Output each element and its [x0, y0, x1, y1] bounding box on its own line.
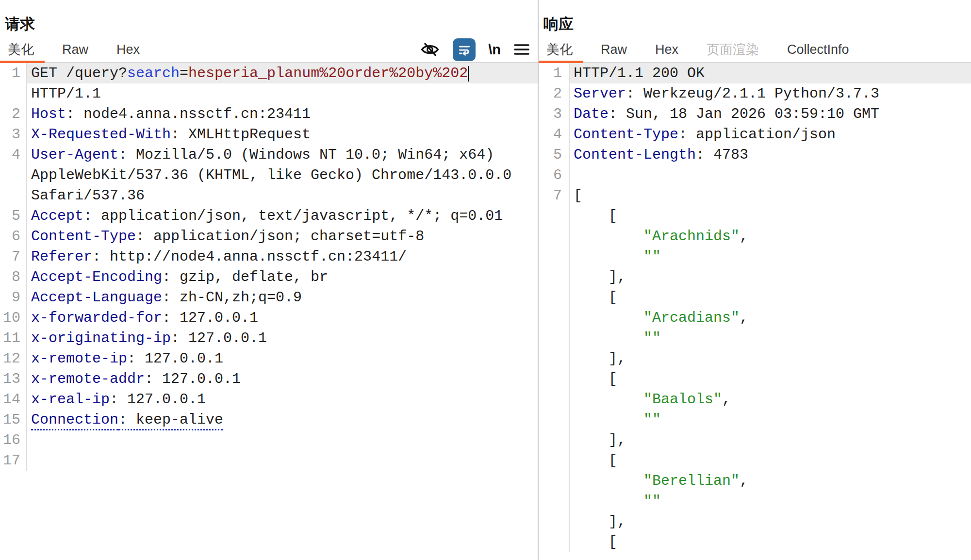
- code-row: "": [539, 491, 971, 511]
- word-wrap-toggle-button[interactable]: [453, 38, 476, 61]
- code-token: : 127.0.0.1: [162, 310, 258, 326]
- code-line[interactable]: Accept-Encoding: gzip, deflate, br: [26, 267, 538, 287]
- tab-collectinfo[interactable]: CollectInfo: [776, 37, 860, 62]
- line-number: 2: [539, 83, 569, 104]
- code-token: ,: [740, 310, 748, 326]
- code-line[interactable]: Accept: application/json, text/javascrip…: [26, 206, 538, 226]
- line-number: [539, 348, 569, 369]
- code-line[interactable]: AppleWebKit/537.36 (KHTML, like Gecko) C…: [26, 165, 538, 185]
- code-token: "Berellian": [643, 473, 740, 489]
- code-line[interactable]: [: [569, 185, 971, 206]
- code-token: [574, 412, 643, 428]
- code-line[interactable]: "": [569, 410, 971, 430]
- code-line[interactable]: Content-Length: 4783: [569, 145, 971, 165]
- word-wrap-icon: [457, 42, 472, 57]
- code-row: ],: [539, 348, 971, 369]
- code-line[interactable]: Content-Type: application/json: [569, 124, 971, 145]
- line-number: 8: [0, 267, 26, 287]
- code-line[interactable]: [: [569, 450, 971, 471]
- code-line[interactable]: User-Agent: Mozilla/5.0 (Windows NT 10.0…: [26, 145, 538, 165]
- request-editor[interactable]: 1GET /query?search=hesperia_planum%20ord…: [0, 63, 538, 471]
- code-line[interactable]: ],: [569, 267, 971, 287]
- code-token: X-Requested-With: [31, 126, 171, 143]
- tab-beautify[interactable]: 美化: [539, 37, 583, 62]
- code-line[interactable]: Host: node4.anna.nssctf.cn:23411: [26, 104, 538, 124]
- code-line[interactable]: [26, 430, 538, 450]
- code-token: Safari/537.36: [31, 187, 145, 204]
- code-line[interactable]: HTTP/1.1: [26, 83, 538, 104]
- code-line[interactable]: "": [569, 328, 971, 348]
- code-line[interactable]: ],: [569, 511, 971, 532]
- code-token: "": [643, 330, 661, 346]
- code-line[interactable]: x-forwarded-for: 127.0.0.1: [26, 308, 538, 328]
- line-number: [539, 410, 569, 430]
- line-number: 7: [539, 185, 569, 206]
- line-number: 9: [0, 287, 26, 308]
- response-tab-bar: 美化RawHex页面渲染CollectInfo: [539, 37, 971, 63]
- line-number: [539, 267, 569, 287]
- menu-icon: [513, 43, 530, 56]
- code-line[interactable]: "": [569, 247, 971, 267]
- code-line[interactable]: Server: Werkzeug/2.1.1 Python/3.7.3: [569, 83, 971, 104]
- line-number: 6: [0, 226, 26, 247]
- code-row: AppleWebKit/537.36 (KHTML, like Gecko) C…: [0, 165, 538, 185]
- code-line[interactable]: x-originating-ip: 127.0.0.1: [26, 328, 538, 348]
- code-line[interactable]: [569, 165, 971, 185]
- code-line[interactable]: "": [569, 491, 971, 511]
- code-line[interactable]: Accept-Language: zh-CN,zh;q=0.9: [26, 287, 538, 308]
- tab-raw[interactable]: Raw: [590, 37, 638, 62]
- code-line[interactable]: ],: [569, 430, 971, 450]
- code-row: 7Referer: http://node4.anna.nssctf.cn:23…: [0, 247, 538, 267]
- code-token: [574, 248, 643, 265]
- code-line[interactable]: "Arachnids",: [569, 226, 971, 247]
- code-token: x-originating-ip: [31, 330, 171, 346]
- code-line[interactable]: x-remote-ip: 127.0.0.1: [26, 348, 538, 369]
- code-row: [: [539, 287, 971, 308]
- code-row: 6Content-Type: application/json; charset…: [0, 226, 538, 247]
- code-line[interactable]: Referer: http://node4.anna.nssctf.cn:234…: [26, 247, 538, 267]
- code-token: : gzip, deflate, br: [162, 269, 328, 285]
- code-line[interactable]: GET /query?search=hesperia_planum%20orde…: [26, 63, 538, 83]
- code-row: 11x-originating-ip: 127.0.0.1: [0, 328, 538, 348]
- tab-beautify[interactable]: 美化: [0, 37, 45, 62]
- tab-hex[interactable]: Hex: [106, 37, 150, 62]
- code-token: [: [574, 208, 617, 224]
- code-line[interactable]: ],: [569, 348, 971, 369]
- response-editor[interactable]: 1HTTP/1.1 200 OK2Server: Werkzeug/2.1.1 …: [539, 63, 971, 552]
- code-line[interactable]: "Arcadians",: [569, 308, 971, 328]
- code-line[interactable]: [: [569, 287, 971, 308]
- newline-icon: \n: [488, 42, 501, 58]
- code-line[interactable]: Safari/537.36: [26, 185, 538, 206]
- hide-preview-button[interactable]: [420, 40, 440, 59]
- code-row: ],: [539, 267, 971, 287]
- line-number: 6: [539, 165, 569, 185]
- code-line[interactable]: [: [569, 369, 971, 389]
- code-row: 9Accept-Language: zh-CN,zh;q=0.9: [0, 287, 538, 308]
- line-number: [0, 165, 26, 185]
- code-line[interactable]: [26, 450, 538, 471]
- code-line[interactable]: "Berellian",: [569, 471, 971, 491]
- code-row: 6: [539, 165, 971, 185]
- code-row: 3X-Requested-With: XMLHttpRequest: [0, 124, 538, 145]
- code-token: [574, 493, 643, 510]
- tab-raw[interactable]: Raw: [51, 37, 99, 62]
- code-token: "": [643, 493, 661, 510]
- editor-menu-button[interactable]: [513, 43, 530, 56]
- tab-hex[interactable]: Hex: [644, 37, 689, 62]
- code-line[interactable]: Date: Sun, 18 Jan 2026 03:59:10 GMT: [569, 104, 971, 124]
- code-token: [: [574, 289, 617, 306]
- code-line[interactable]: [: [569, 206, 971, 226]
- code-row: "Arachnids",: [539, 226, 971, 247]
- code-line[interactable]: Connection: keep-alive: [26, 410, 538, 430]
- code-line[interactable]: "Baalols",: [569, 389, 971, 410]
- code-row: "": [539, 410, 971, 430]
- request-panel: 请求 美化RawHex: [0, 0, 539, 560]
- code-line[interactable]: HTTP/1.1 200 OK: [569, 63, 971, 83]
- show-newline-button[interactable]: \n: [488, 42, 501, 58]
- code-line[interactable]: x-remote-addr: 127.0.0.1: [26, 369, 538, 389]
- code-line[interactable]: x-real-ip: 127.0.0.1: [26, 389, 538, 410]
- code-line[interactable]: Content-Type: application/json; charset=…: [26, 226, 538, 247]
- code-token: : keep-alive: [118, 412, 223, 430]
- code-line[interactable]: [: [569, 532, 971, 552]
- code-line[interactable]: X-Requested-With: XMLHttpRequest: [26, 124, 538, 145]
